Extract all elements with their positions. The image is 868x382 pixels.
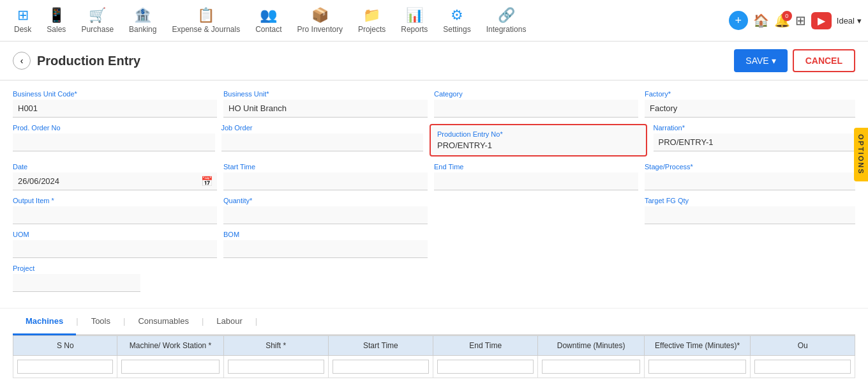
bom-label: BOM — [223, 231, 428, 238]
desk-icon: ⊞ — [17, 7, 29, 24]
quantity-label: Quantity* — [223, 197, 428, 204]
output-item-group: Output Item * — [13, 197, 217, 224]
business-unit-input[interactable] — [223, 100, 428, 118]
user-menu[interactable]: Ideal ▾ — [837, 16, 862, 26]
target-fg-qty-group: Target FG Qty — [645, 197, 855, 224]
nav-purchase-label: Purchase — [81, 25, 114, 34]
input-effective[interactable] — [648, 360, 747, 374]
date-input[interactable] — [13, 172, 217, 190]
quantity-group: Quantity* — [223, 197, 428, 224]
header-actions: SAVE ▾ CANCEL — [734, 49, 855, 72]
nav-purchase[interactable]: 🛒 Purchase — [73, 4, 121, 37]
nav-sales[interactable]: 📱 Sales — [39, 4, 73, 37]
job-order-input[interactable] — [221, 134, 424, 151]
cell-downtime — [538, 356, 644, 378]
bom-input[interactable] — [223, 240, 428, 258]
nav-settings[interactable]: ⚙ Settings — [435, 4, 478, 37]
nav-settings-label: Settings — [443, 25, 470, 34]
production-entry-no-group: Production Entry No* — [430, 124, 647, 157]
tab-consumables[interactable]: Consumables — [125, 309, 202, 335]
col-sno: S No — [13, 336, 117, 356]
nav-contact[interactable]: 👥 Contact — [248, 4, 289, 37]
start-time-label: Start Time — [223, 163, 428, 171]
input-end[interactable] — [437, 360, 534, 374]
nav-sales-label: Sales — [47, 25, 66, 34]
prod-order-no-label: Prod. Order No — [13, 124, 215, 132]
end-time-input[interactable] — [434, 172, 638, 190]
nav-projects[interactable]: 📁 Projects — [350, 4, 393, 37]
nav-pro-inventory[interactable]: 📦 Pro Inventory — [290, 4, 350, 37]
col-downtime: Downtime (Minutes) — [538, 336, 644, 356]
machines-table: S No Machine/ Work Station * Shift * Sta… — [13, 335, 855, 378]
output-item-input[interactable] — [13, 206, 217, 224]
stage-process-group: Stage/Process* — [645, 163, 855, 190]
date-label: Date — [13, 163, 217, 171]
save-button[interactable]: SAVE ▾ — [734, 49, 787, 72]
form-container: Business Unit Code* Business Unit* Categ… — [0, 80, 868, 308]
grid-button[interactable]: ⊞ — [795, 13, 806, 28]
calendar-icon[interactable]: 📅 — [201, 176, 213, 187]
bom-group: BOM — [223, 231, 428, 258]
category-group: Category — [434, 90, 638, 118]
stage-process-input[interactable] — [645, 172, 855, 190]
banking-icon: 🏦 — [134, 7, 151, 24]
table-container: S No Machine/ Work Station * Shift * Sta… — [0, 335, 868, 382]
nav-banking[interactable]: 🏦 Banking — [121, 4, 164, 37]
nav-desk-label: Desk — [14, 25, 31, 34]
date-group: Date 📅 — [13, 163, 217, 190]
top-nav: ⊞ Desk 📱 Sales 🛒 Purchase 🏦 Banking 📋 Ex… — [0, 0, 868, 42]
cell-effective — [644, 356, 751, 378]
expense-icon: 📋 — [197, 7, 214, 24]
category-label: Category — [434, 90, 638, 98]
cancel-button[interactable]: CANCEL — [793, 49, 855, 72]
back-button[interactable]: ‹ — [13, 52, 31, 70]
add-button[interactable]: + — [729, 11, 748, 30]
integrations-icon: 🔗 — [498, 7, 515, 24]
nav-integrations-label: Integrations — [486, 25, 527, 34]
home-button[interactable]: 🏠 — [753, 13, 769, 28]
start-time-group: Start Time — [223, 163, 428, 190]
col-start-time: Start Time — [328, 336, 433, 356]
start-time-input[interactable] — [223, 172, 428, 190]
uom-input[interactable] — [13, 240, 217, 258]
nav-integrations[interactable]: 🔗 Integrations — [479, 4, 534, 37]
input-machine[interactable] — [121, 360, 219, 374]
input-shift[interactable] — [228, 360, 324, 374]
tabs: Machines | Tools | Consumables | Labour … — [13, 309, 855, 335]
quantity-input[interactable] — [223, 206, 428, 224]
form-row-4: Output Item * Quantity* Target FG Qty — [13, 197, 855, 224]
input-sno[interactable] — [17, 360, 113, 374]
options-sidebar[interactable]: OPTIONS — [854, 128, 868, 181]
cell-sno — [13, 356, 117, 378]
tab-machines[interactable]: Machines — [13, 309, 76, 335]
nav-reports[interactable]: 📊 Reports — [393, 4, 435, 37]
target-fg-qty-input[interactable] — [645, 206, 855, 224]
form-row-6: Project — [13, 264, 855, 292]
col-machine: Machine/ Work Station * — [117, 336, 223, 356]
uom-group: UOM — [13, 231, 217, 258]
notifications-button[interactable]: 🔔 0 — [774, 13, 790, 28]
input-ou[interactable] — [754, 360, 851, 374]
narration-input[interactable] — [654, 134, 856, 151]
col-end-time: End Time — [433, 336, 538, 356]
prod-order-no-input[interactable] — [13, 134, 215, 151]
sales-icon: 📱 — [48, 7, 65, 24]
nav-projects-label: Projects — [358, 25, 385, 34]
tab-labour[interactable]: Labour — [204, 309, 255, 335]
col-effective-time: Effective Time (Minutes)* — [644, 336, 751, 356]
youtube-button[interactable]: ▶ — [811, 12, 832, 29]
nav-desk[interactable]: ⊞ Desk — [6, 4, 39, 37]
category-input[interactable] — [434, 100, 638, 118]
factory-input[interactable] — [645, 100, 855, 118]
input-downtime[interactable] — [542, 360, 640, 374]
business-unit-code-input[interactable] — [13, 100, 217, 118]
tab-tools[interactable]: Tools — [79, 309, 123, 335]
project-input[interactable] — [13, 274, 140, 292]
business-unit-group: Business Unit* — [223, 90, 428, 118]
nav-expense-label: Expense & Journals — [172, 25, 240, 34]
input-start[interactable] — [333, 360, 429, 374]
chevron-down-icon: ▾ — [857, 16, 862, 26]
nav-expense-journals[interactable]: 📋 Expense & Journals — [164, 4, 248, 37]
tabs-container: Machines | Tools | Consumables | Labour … — [0, 308, 868, 335]
production-entry-no-input[interactable] — [437, 141, 640, 150]
